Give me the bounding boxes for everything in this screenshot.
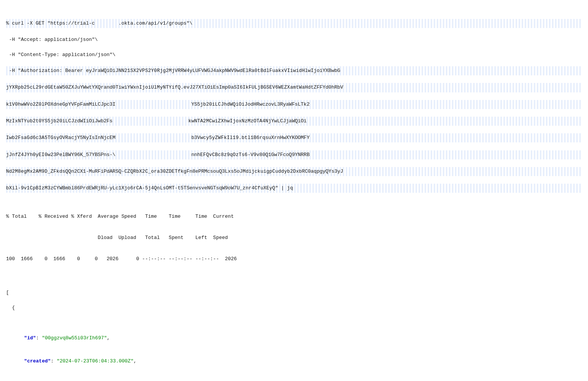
json-output: [ { "id": "00ggzvq8w55i03rIh697", "creat…: [6, 281, 582, 381]
json-open-brace: {: [6, 304, 582, 312]
json-id: "id": "00ggzvq8w55i03rIh697",: [18, 327, 582, 342]
curl-line-9: Nd2M8egMx2AM9D_ZFkdsQQn2CX1-MuRFiPdARSQ-…: [6, 167, 582, 176]
curl-line-10: bXil-9v1CpBIzM3zCYWBmbl86PrdEWRjRU-yLc1X…: [6, 184, 582, 193]
json-open-bracket: [: [6, 289, 582, 297]
stats-header-2: Dload Upload Total Spent Left Speed: [6, 234, 582, 242]
curl-line-2: -H "Accept: application/json"\: [6, 36, 582, 44]
json-last-updated: "lastUpdated": "2024-07-23T06:04:33.000Z…: [18, 373, 582, 381]
curl-line-7: Iwb2FsaGd6c3A5TGsyOVRacjY5NyIsInNjcEMb3V…: [6, 133, 582, 142]
curl-line-4-mid: jYXRpb25cL29rdGEtaW50ZXJuYWwtYXQrand0Tiw…: [6, 83, 582, 92]
curl-line-5: k1V0hwWVo2Z0lPOXdneGpYVFpFamMiLCJpc3IYS5…: [6, 100, 582, 109]
json-created: "created": "2024-07-23T06:04:33.000Z",: [18, 350, 582, 365]
curl-line-8: jJnfZ4JYh0yEI0w23PelBWY96K_57YBSPns-\nnh…: [6, 150, 582, 159]
terminal-output: % curl -X GET "https://trial-c .okta.com…: [6, 4, 582, 381]
stats-row: 100 1666 0 1666 0 0 2026 0 --:--:-- --:-…: [6, 255, 582, 263]
stats-header-1: % Total % Received % Xferd Average Speed…: [6, 213, 582, 220]
curl-line-1: % curl -X GET "https://trial-c .okta.com…: [6, 19, 582, 28]
curl-line-4: -H "Authorization: Bearer eyJraWQiOiJNN2…: [6, 66, 582, 75]
curl-line-6: MzIxNTYub2t0YS5jb20iLCJzdWIiOiJwb2FskwNT…: [6, 117, 582, 126]
curl-line-3: -H "Content-Type: application/json"\: [6, 51, 582, 59]
